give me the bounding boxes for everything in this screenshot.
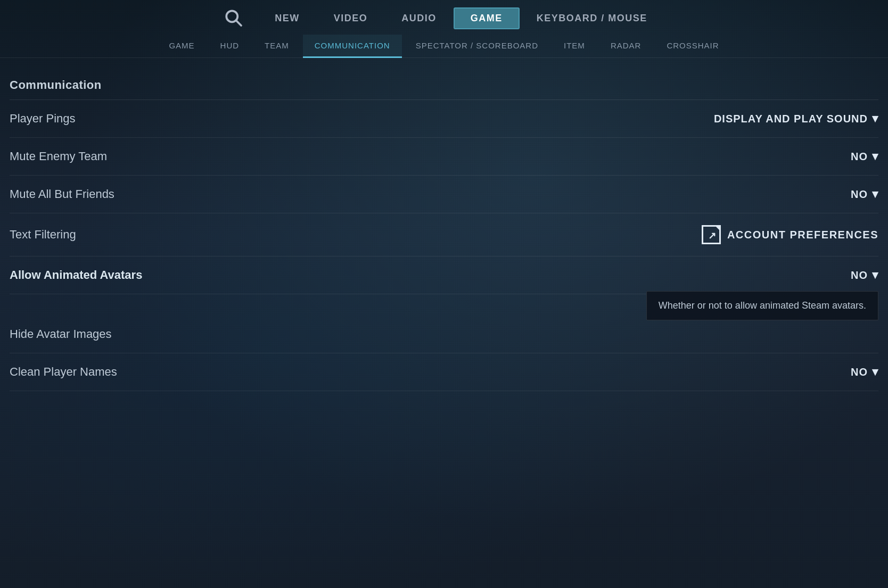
setting-value-text-mute-all-but-friends: NO <box>851 188 868 201</box>
setting-value-mute-all-but-friends[interactable]: NO▾ <box>851 187 878 201</box>
sub-nav-item-communication[interactable]: COMMUNICATION <box>303 35 402 58</box>
svg-line-1 <box>236 20 241 26</box>
chevron-down-icon: ▾ <box>872 112 878 126</box>
sub-nav-item-game[interactable]: GAME <box>157 35 206 58</box>
top-nav-item-game[interactable]: GAME <box>454 7 520 29</box>
setting-value-text-mute-enemy-team: NO <box>851 151 868 163</box>
top-nav-item-video[interactable]: VIDEO <box>317 7 385 29</box>
setting-label-player-pings: Player Pings <box>10 112 76 126</box>
settings-rows: Player PingsDISPLAY AND PLAY SOUND▾Mute … <box>10 100 878 391</box>
chevron-down-icon: ▾ <box>872 150 878 163</box>
setting-label-clean-player-names: Clean Player Names <box>10 365 117 379</box>
settings-content: Communication Player PingsDISPLAY AND PL… <box>0 58 888 391</box>
chevron-down-icon: ▾ <box>872 268 878 282</box>
sub-nav-item-team[interactable]: TEAM <box>253 35 301 58</box>
top-nav-item-keyboard-mouse[interactable]: KEYBOARD / MOUSE <box>520 7 664 29</box>
chevron-down-icon: ▾ <box>872 187 878 201</box>
setting-value-player-pings[interactable]: DISPLAY AND PLAY SOUND▾ <box>714 112 878 126</box>
top-nav: NEWVIDEOAUDIOGAMEKEYBOARD / MOUSE <box>0 0 888 35</box>
tooltip-allow-animated-avatars: Whether or not to allow animated Steam a… <box>646 291 878 320</box>
setting-label-hide-avatar-images: Hide Avatar Images <box>10 327 112 341</box>
sub-nav-item-item[interactable]: ITEM <box>552 35 597 58</box>
setting-row-player-pings: Player PingsDISPLAY AND PLAY SOUND▾ <box>10 100 878 138</box>
main-container: NEWVIDEOAUDIOGAMEKEYBOARD / MOUSE GAMEHU… <box>0 0 888 588</box>
sub-nav-item-spectator-scoreboard[interactable]: SPECTATOR / SCOREBOARD <box>404 35 550 58</box>
top-nav-items: NEWVIDEOAUDIOGAMEKEYBOARD / MOUSE <box>258 7 664 29</box>
setting-row-clean-player-names: Clean Player NamesNO▾ <box>10 353 878 391</box>
setting-value-clean-player-names[interactable]: NO▾ <box>851 365 878 379</box>
setting-value-text-player-pings: DISPLAY AND PLAY SOUND <box>714 113 868 125</box>
chevron-down-icon: ▾ <box>872 365 878 379</box>
setting-label-mute-all-but-friends: Mute All But Friends <box>10 187 114 201</box>
sub-nav-item-hud[interactable]: HUD <box>209 35 251 58</box>
setting-row-text-filtering: Text Filtering↗ACCOUNT PREFERENCES <box>10 213 878 256</box>
account-preferences-button[interactable]: ↗ACCOUNT PREFERENCES <box>702 225 878 244</box>
account-preferences-label: ACCOUNT PREFERENCES <box>727 229 878 241</box>
setting-row-allow-animated-avatars: Allow Animated AvatarsNO▾Whether or not … <box>10 256 878 294</box>
top-nav-item-new[interactable]: NEW <box>258 7 317 29</box>
setting-value-text-clean-player-names: NO <box>851 366 868 378</box>
setting-row-mute-enemy-team: Mute Enemy TeamNO▾ <box>10 138 878 176</box>
search-icon <box>224 8 243 27</box>
top-nav-item-audio[interactable]: AUDIO <box>384 7 454 29</box>
external-link-icon: ↗ <box>702 225 721 244</box>
setting-label-mute-enemy-team: Mute Enemy Team <box>10 150 107 163</box>
arrow-icon: ↗ <box>708 230 716 242</box>
search-button[interactable] <box>224 8 243 29</box>
setting-row-hide-avatar-images: Hide Avatar Images <box>10 316 878 353</box>
sub-nav-item-radar[interactable]: RADAR <box>599 35 653 58</box>
sub-nav-item-crosshair[interactable]: CROSSHAIR <box>655 35 730 58</box>
section-header: Communication <box>10 74 878 100</box>
sub-nav: GAMEHUDTEAMCOMMUNICATIONSPECTATOR / SCOR… <box>0 35 888 58</box>
setting-label-text-filtering: Text Filtering <box>10 228 76 242</box>
setting-row-mute-all-but-friends: Mute All But FriendsNO▾ <box>10 176 878 213</box>
setting-label-allow-animated-avatars: Allow Animated Avatars <box>10 268 142 282</box>
setting-value-mute-enemy-team[interactable]: NO▾ <box>851 150 878 163</box>
setting-value-text-allow-animated-avatars: NO <box>851 269 868 281</box>
setting-value-allow-animated-avatars[interactable]: NO▾ <box>851 268 878 282</box>
